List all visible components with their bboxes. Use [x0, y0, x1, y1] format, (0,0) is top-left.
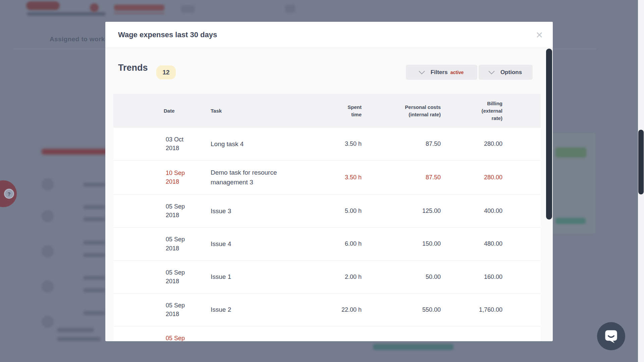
modal-scrollbar-thumb[interactable] [546, 49, 552, 220]
filters-label: Filters [431, 69, 448, 76]
billing-cell: 400.00 [441, 195, 502, 228]
task-cell: Long task 4 [211, 128, 331, 161]
end-spacer-cell [502, 128, 541, 161]
background-status-badge [26, 1, 60, 10]
background-checkbox [42, 178, 54, 190]
background-checkbox [42, 210, 54, 222]
background-text-line [83, 205, 105, 209]
end-spacer-cell [502, 228, 541, 260]
trends-heading: Trends [118, 63, 148, 73]
table-row: 05 Sep 2018Issue 12.00 h50.00160.00 [113, 260, 541, 293]
background-teal-text [373, 344, 453, 350]
background-red-link [114, 5, 164, 11]
header-billing: Billing (external rate) [441, 94, 502, 128]
background-text-line [83, 311, 105, 315]
background-text-line [83, 217, 105, 221]
spacer-cell [113, 293, 164, 326]
background-teal-link [555, 218, 586, 224]
task-cell [211, 326, 331, 341]
table-row: 10 Sep 2018Demo task for resource manage… [113, 161, 541, 195]
chevron-down-icon [419, 68, 425, 74]
personal-costs-cell: 125.00 [362, 195, 441, 228]
modal-header: Wage expenses last 30 days ✕ [105, 22, 553, 48]
date-cell: 10 Sep 2018 [164, 161, 211, 195]
header-end-spacer [502, 94, 541, 128]
modal-title: Wage expenses last 30 days [118, 31, 217, 39]
end-spacer-cell [502, 161, 541, 195]
page-scrollbar-thumb[interactable] [638, 130, 644, 194]
date-cell: 05 Sep [164, 326, 211, 341]
spent-time-cell: 3.50 h [331, 128, 362, 161]
spacer-cell [113, 128, 164, 161]
personal-costs-cell: 550.00 [362, 293, 441, 326]
background-text-line [27, 12, 106, 16]
options-button[interactable]: Options [479, 65, 533, 80]
spacer-cell [113, 260, 164, 293]
background-text-line [83, 183, 105, 187]
billing-cell: 1,760.00 [441, 293, 502, 326]
background-checkbox [42, 245, 54, 257]
background-red-dot [90, 3, 99, 12]
chat-launcher-button[interactable] [597, 322, 625, 350]
personal-costs-cell: 150.00 [362, 228, 441, 260]
table-row: 05 Sep 2018Issue 46.00 h150.00480.00 [113, 228, 541, 260]
billing-cell: 280.00 [441, 128, 502, 161]
close-icon[interactable]: ✕ [533, 29, 545, 41]
spacer-cell [113, 195, 164, 228]
background-text-line [57, 328, 94, 332]
end-spacer-cell [502, 195, 541, 228]
personal-costs-cell [362, 326, 441, 341]
header-spacer [113, 94, 164, 128]
background-icon-blob [181, 5, 195, 13]
date-cell: 05 Sep 2018 [164, 228, 211, 260]
background-text-line [83, 253, 105, 257]
background-checkbox [42, 316, 54, 328]
date-cell: 05 Sep 2018 [164, 260, 211, 293]
background-checkbox [42, 281, 54, 293]
end-spacer-cell [502, 326, 541, 341]
header-spent-time: Spent time [331, 94, 362, 128]
header-task: Task [211, 94, 331, 128]
spent-time-cell [331, 326, 362, 341]
task-cell: Issue 4 [211, 228, 331, 260]
assigned-to-worker-label: Assigned to worker [50, 36, 111, 43]
spent-time-cell: 5.00 h [331, 195, 362, 228]
header-personal-costs: Personal costs (internal rate) [362, 94, 441, 128]
chevron-down-icon [488, 68, 494, 74]
task-cell: Demo task for resource management 3 [211, 161, 331, 195]
spacer-cell [113, 326, 164, 341]
spent-time-cell: 3.50 h [331, 161, 362, 195]
background-text-line [83, 241, 105, 245]
personal-costs-cell: 50.00 [362, 260, 441, 293]
filters-button[interactable]: Filters active [406, 65, 477, 80]
background-icon-blob [285, 5, 295, 13]
end-spacer-cell [502, 293, 541, 326]
end-spacer-cell [502, 260, 541, 293]
table-header-row: Date Task Spent time Personal costs (int… [113, 94, 541, 128]
question-mark-icon: ? [4, 189, 14, 199]
expenses-table: Date Task Spent time Personal costs (int… [113, 94, 541, 341]
filters-active-tag: active [450, 70, 464, 75]
page: Assigned to worker ? Wage expenses last … [0, 0, 644, 362]
date-cell: 03 Oct 2018 [164, 128, 211, 161]
expenses-table-wrap: Date Task Spent time Personal costs (int… [113, 94, 541, 341]
personal-costs-cell: 87.50 [362, 128, 441, 161]
options-label: Options [500, 69, 522, 76]
personal-costs-cell: 87.50 [362, 161, 441, 195]
background-red-heading [42, 149, 107, 155]
table-row: 05 Sep 2018Issue 222.00 h550.001,760.00 [113, 293, 541, 326]
date-cell: 05 Sep 2018 [164, 195, 211, 228]
billing-cell: 280.00 [441, 161, 502, 195]
billing-cell: 160.00 [441, 260, 502, 293]
task-cell: Issue 2 [211, 293, 331, 326]
header-date: Date [164, 94, 211, 128]
table-row: 05 Sep [113, 326, 541, 341]
trends-count-badge: 12 [156, 65, 176, 79]
background-text-line [83, 276, 105, 280]
table-row: 03 Oct 2018Long task 43.50 h87.50280.00 [113, 128, 541, 161]
task-cell: Issue 1 [211, 260, 331, 293]
task-cell: Issue 3 [211, 195, 331, 228]
spent-time-cell: 2.00 h [331, 260, 362, 293]
table-body: 03 Oct 2018Long task 43.50 h87.50280.001… [113, 128, 541, 341]
help-button[interactable]: ? [0, 180, 17, 207]
